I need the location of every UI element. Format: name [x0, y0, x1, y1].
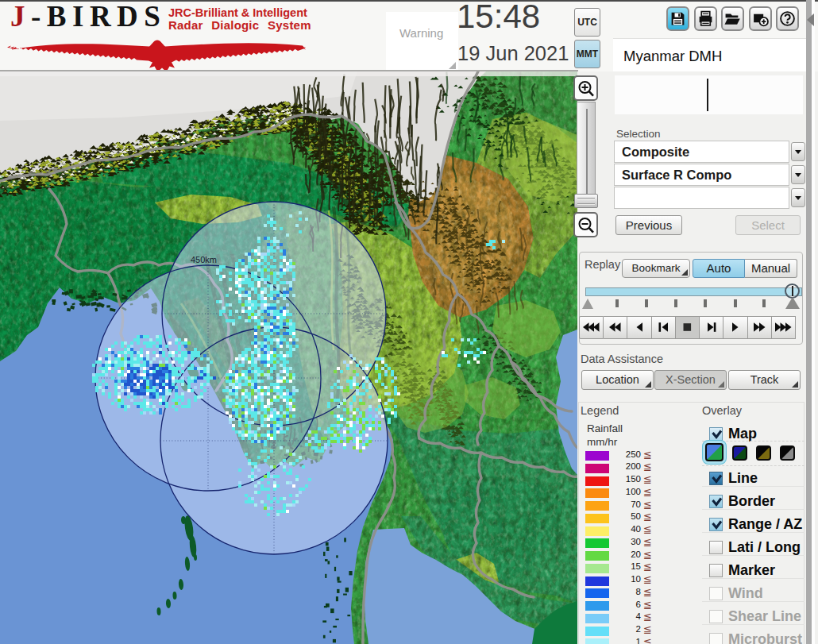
svg-text:450km: 450km	[191, 255, 217, 264]
